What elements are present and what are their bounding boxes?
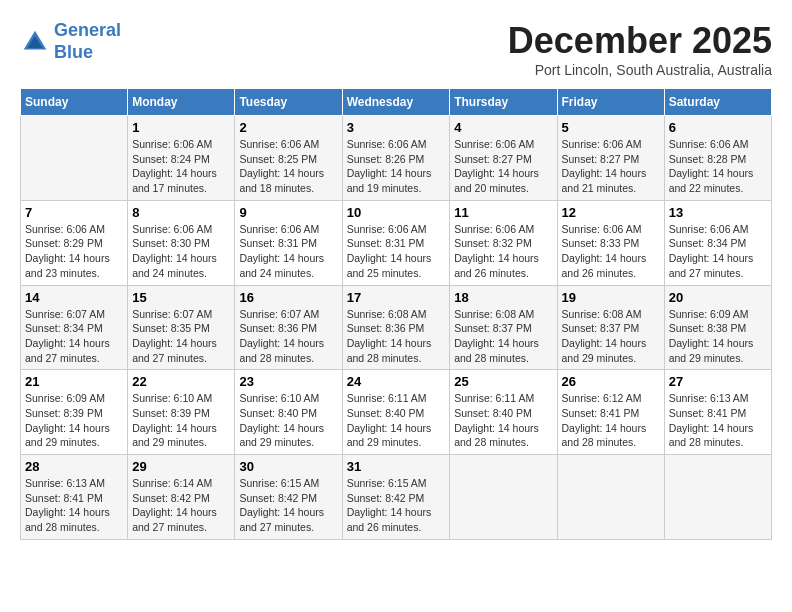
logo: General Blue [20,20,121,63]
calendar-cell: 12Sunrise: 6:06 AM Sunset: 8:33 PM Dayli… [557,200,664,285]
weekday-header-sunday: Sunday [21,89,128,116]
calendar-cell: 9Sunrise: 6:06 AM Sunset: 8:31 PM Daylig… [235,200,342,285]
title-block: December 2025 Port Lincoln, South Austra… [508,20,772,78]
calendar-cell: 16Sunrise: 6:07 AM Sunset: 8:36 PM Dayli… [235,285,342,370]
calendar-cell: 18Sunrise: 6:08 AM Sunset: 8:37 PM Dayli… [450,285,557,370]
calendar-cell: 20Sunrise: 6:09 AM Sunset: 8:38 PM Dayli… [664,285,771,370]
day-info: Sunrise: 6:06 AM Sunset: 8:27 PM Dayligh… [562,137,660,196]
day-number: 11 [454,205,552,220]
day-info: Sunrise: 6:08 AM Sunset: 8:37 PM Dayligh… [562,307,660,366]
day-info: Sunrise: 6:06 AM Sunset: 8:34 PM Dayligh… [669,222,767,281]
day-info: Sunrise: 6:07 AM Sunset: 8:35 PM Dayligh… [132,307,230,366]
calendar-cell: 2Sunrise: 6:06 AM Sunset: 8:25 PM Daylig… [235,116,342,201]
logo-line2: Blue [54,42,93,62]
calendar-cell: 31Sunrise: 6:15 AM Sunset: 8:42 PM Dayli… [342,455,450,540]
weekday-header-thursday: Thursday [450,89,557,116]
calendar-cell: 28Sunrise: 6:13 AM Sunset: 8:41 PM Dayli… [21,455,128,540]
day-info: Sunrise: 6:06 AM Sunset: 8:24 PM Dayligh… [132,137,230,196]
calendar-cell [21,116,128,201]
day-number: 21 [25,374,123,389]
calendar-cell: 1Sunrise: 6:06 AM Sunset: 8:24 PM Daylig… [128,116,235,201]
calendar-table: SundayMondayTuesdayWednesdayThursdayFrid… [20,88,772,540]
day-info: Sunrise: 6:15 AM Sunset: 8:42 PM Dayligh… [239,476,337,535]
day-info: Sunrise: 6:09 AM Sunset: 8:38 PM Dayligh… [669,307,767,366]
day-info: Sunrise: 6:14 AM Sunset: 8:42 PM Dayligh… [132,476,230,535]
day-number: 9 [239,205,337,220]
calendar-cell: 29Sunrise: 6:14 AM Sunset: 8:42 PM Dayli… [128,455,235,540]
day-info: Sunrise: 6:11 AM Sunset: 8:40 PM Dayligh… [347,391,446,450]
day-number: 31 [347,459,446,474]
day-number: 4 [454,120,552,135]
calendar-week-row: 14Sunrise: 6:07 AM Sunset: 8:34 PM Dayli… [21,285,772,370]
day-info: Sunrise: 6:06 AM Sunset: 8:27 PM Dayligh… [454,137,552,196]
day-number: 8 [132,205,230,220]
calendar-week-row: 28Sunrise: 6:13 AM Sunset: 8:41 PM Dayli… [21,455,772,540]
day-info: Sunrise: 6:06 AM Sunset: 8:29 PM Dayligh… [25,222,123,281]
day-info: Sunrise: 6:13 AM Sunset: 8:41 PM Dayligh… [669,391,767,450]
calendar-cell: 6Sunrise: 6:06 AM Sunset: 8:28 PM Daylig… [664,116,771,201]
logo-icon [20,27,50,57]
day-info: Sunrise: 6:07 AM Sunset: 8:34 PM Dayligh… [25,307,123,366]
day-info: Sunrise: 6:06 AM Sunset: 8:31 PM Dayligh… [347,222,446,281]
day-number: 7 [25,205,123,220]
weekday-header-friday: Friday [557,89,664,116]
calendar-cell [450,455,557,540]
day-number: 19 [562,290,660,305]
day-number: 13 [669,205,767,220]
day-info: Sunrise: 6:06 AM Sunset: 8:32 PM Dayligh… [454,222,552,281]
day-info: Sunrise: 6:08 AM Sunset: 8:36 PM Dayligh… [347,307,446,366]
calendar-cell: 23Sunrise: 6:10 AM Sunset: 8:40 PM Dayli… [235,370,342,455]
calendar-cell [664,455,771,540]
weekday-header-saturday: Saturday [664,89,771,116]
weekday-header-tuesday: Tuesday [235,89,342,116]
day-info: Sunrise: 6:10 AM Sunset: 8:39 PM Dayligh… [132,391,230,450]
day-number: 2 [239,120,337,135]
day-number: 28 [25,459,123,474]
day-number: 15 [132,290,230,305]
day-info: Sunrise: 6:07 AM Sunset: 8:36 PM Dayligh… [239,307,337,366]
calendar-cell: 14Sunrise: 6:07 AM Sunset: 8:34 PM Dayli… [21,285,128,370]
calendar-cell: 11Sunrise: 6:06 AM Sunset: 8:32 PM Dayli… [450,200,557,285]
day-info: Sunrise: 6:15 AM Sunset: 8:42 PM Dayligh… [347,476,446,535]
day-info: Sunrise: 6:06 AM Sunset: 8:26 PM Dayligh… [347,137,446,196]
calendar-cell: 15Sunrise: 6:07 AM Sunset: 8:35 PM Dayli… [128,285,235,370]
day-info: Sunrise: 6:09 AM Sunset: 8:39 PM Dayligh… [25,391,123,450]
day-info: Sunrise: 6:06 AM Sunset: 8:25 PM Dayligh… [239,137,337,196]
calendar-cell: 7Sunrise: 6:06 AM Sunset: 8:29 PM Daylig… [21,200,128,285]
day-info: Sunrise: 6:13 AM Sunset: 8:41 PM Dayligh… [25,476,123,535]
calendar-cell: 13Sunrise: 6:06 AM Sunset: 8:34 PM Dayli… [664,200,771,285]
subtitle: Port Lincoln, South Australia, Australia [508,62,772,78]
day-number: 29 [132,459,230,474]
calendar-cell: 19Sunrise: 6:08 AM Sunset: 8:37 PM Dayli… [557,285,664,370]
calendar-week-row: 1Sunrise: 6:06 AM Sunset: 8:24 PM Daylig… [21,116,772,201]
day-number: 30 [239,459,337,474]
calendar-cell: 17Sunrise: 6:08 AM Sunset: 8:36 PM Dayli… [342,285,450,370]
day-number: 3 [347,120,446,135]
day-info: Sunrise: 6:06 AM Sunset: 8:33 PM Dayligh… [562,222,660,281]
day-info: Sunrise: 6:06 AM Sunset: 8:28 PM Dayligh… [669,137,767,196]
weekday-header-row: SundayMondayTuesdayWednesdayThursdayFrid… [21,89,772,116]
page-header: General Blue December 2025 Port Lincoln,… [20,20,772,78]
calendar-cell [557,455,664,540]
day-info: Sunrise: 6:12 AM Sunset: 8:41 PM Dayligh… [562,391,660,450]
day-number: 14 [25,290,123,305]
day-number: 25 [454,374,552,389]
day-number: 20 [669,290,767,305]
day-number: 6 [669,120,767,135]
weekday-header-wednesday: Wednesday [342,89,450,116]
calendar-cell: 8Sunrise: 6:06 AM Sunset: 8:30 PM Daylig… [128,200,235,285]
day-number: 10 [347,205,446,220]
day-number: 17 [347,290,446,305]
day-number: 1 [132,120,230,135]
calendar-cell: 5Sunrise: 6:06 AM Sunset: 8:27 PM Daylig… [557,116,664,201]
day-number: 27 [669,374,767,389]
day-number: 23 [239,374,337,389]
day-number: 22 [132,374,230,389]
day-number: 26 [562,374,660,389]
day-number: 18 [454,290,552,305]
day-number: 24 [347,374,446,389]
calendar-week-row: 21Sunrise: 6:09 AM Sunset: 8:39 PM Dayli… [21,370,772,455]
calendar-cell: 26Sunrise: 6:12 AM Sunset: 8:41 PM Dayli… [557,370,664,455]
calendar-week-row: 7Sunrise: 6:06 AM Sunset: 8:29 PM Daylig… [21,200,772,285]
month-title: December 2025 [508,20,772,62]
